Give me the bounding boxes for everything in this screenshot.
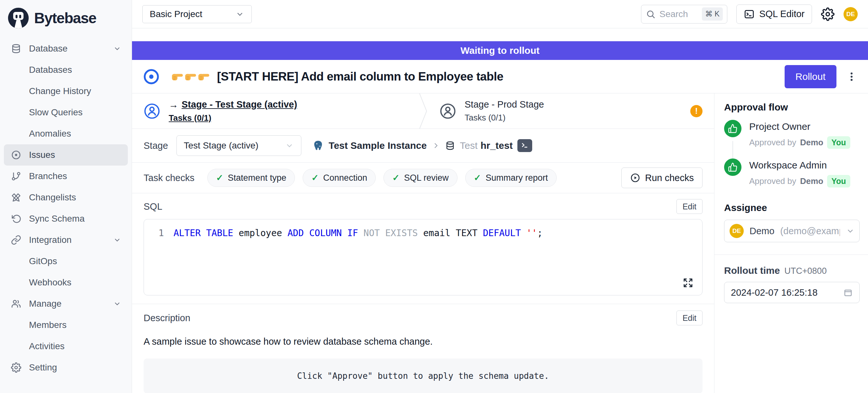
check-pill-summary-report[interactable]: ✓ Summary report	[465, 169, 557, 187]
sql-section: SQL Edit 1ALTER TABLE employee ADD COLUM…	[132, 193, 714, 304]
user-avatar[interactable]: DE	[843, 7, 858, 21]
kebab-menu-icon[interactable]	[846, 69, 857, 84]
sidebar-item-slow-queries[interactable]: Slow Queries	[4, 102, 128, 123]
brand-name: Bytebase	[34, 9, 96, 27]
sidebar-item-webhooks[interactable]: Webhooks	[4, 272, 128, 293]
sidebar-item-issues[interactable]: Issues	[4, 144, 128, 165]
app-logo[interactable]: Bytebase	[0, 0, 132, 36]
attention-icon: !	[690, 105, 703, 117]
database-icon	[10, 43, 22, 54]
instance-link[interactable]: Test Sample Instance	[329, 140, 427, 151]
open-in-sql-editor-icon[interactable]	[517, 139, 532, 152]
sidebar-item-change-history[interactable]: Change History	[4, 81, 128, 102]
chevron-right-icon	[431, 141, 440, 150]
users-icon	[10, 299, 22, 309]
environment-label: Test	[460, 140, 477, 151]
task-checks-row: Task checks ✓ Statement type ✓ Connectio…	[132, 163, 714, 193]
sidebar-item-gitops[interactable]: GitOps	[4, 251, 128, 272]
sql-heading: SQL	[144, 201, 162, 212]
check-pill-connection[interactable]: ✓ Connection	[303, 169, 376, 187]
stage-name: Stage - Test Stage (active)	[182, 99, 297, 110]
line-number: 1	[144, 228, 164, 238]
run-checks-button[interactable]: Run checks	[621, 168, 703, 188]
sidebar-item-integration[interactable]: Integration	[4, 229, 128, 251]
check-pill-statement-type[interactable]: ✓ Statement type	[207, 169, 295, 187]
assignee-select[interactable]: DE Demo (demo@example	[724, 220, 860, 242]
description-edit-button[interactable]: Edit	[676, 310, 703, 325]
you-badge: You	[827, 136, 850, 149]
search-icon	[646, 9, 655, 19]
approval-steps: Project Owner Approved by Demo You	[724, 120, 860, 187]
stage-test[interactable]: → Stage - Test Stage (active) Tasks (0/1…	[132, 93, 418, 128]
sidebar-item-activities[interactable]: Activities	[4, 336, 128, 357]
description-section: Description Edit A sample issue to showc…	[132, 304, 714, 393]
settings-gear-icon[interactable]	[821, 7, 835, 21]
stage-selector-row: Stage Test Stage (active) Test Sample In…	[132, 129, 714, 163]
sql-editor-button[interactable]: SQL Editor	[736, 4, 812, 24]
point-right-emoji	[198, 72, 210, 81]
topbar: Basic Project ⌘ K SQL Editor DE	[132, 0, 868, 28]
sql-statement: 1ALTER TABLE employee ADD COLUMN IF NOT …	[144, 228, 702, 238]
terminal-icon	[744, 9, 755, 20]
rollout-timezone: UTC+0800	[784, 266, 827, 276]
sidebar-item-anomalies[interactable]: Anomalies	[4, 123, 128, 144]
sidebar-item-members[interactable]: Members	[4, 314, 128, 336]
sidebar-item-manage[interactable]: Manage	[4, 293, 128, 314]
expand-icon[interactable]	[682, 277, 694, 289]
search-box[interactable]: ⌘ K	[641, 5, 727, 24]
description-heading: Description	[144, 313, 190, 324]
stage-user-icon	[439, 103, 456, 120]
sidebar-item-setting[interactable]: Setting	[4, 357, 128, 378]
sidebar-item-database[interactable]: Database	[4, 38, 128, 59]
check-icon: ✓	[216, 173, 223, 183]
sidebar-item-databases[interactable]: Databases	[4, 59, 128, 81]
stage-user-icon	[144, 103, 160, 120]
calendar-icon	[843, 288, 853, 297]
search-input[interactable]	[659, 9, 699, 20]
issue-title: [START HERE] Add email column to Employe…	[217, 70, 503, 84]
rollout-time-input[interactable]: 2024-02-07 16:25:18	[724, 282, 860, 303]
sidebar-item-sync-schema[interactable]: Sync Schema	[4, 208, 128, 229]
content: → Stage - Test Stage (active) Tasks (0/1…	[132, 93, 868, 393]
issue-emoji-prefix	[171, 72, 210, 81]
stage-selector-label: Stage	[144, 141, 168, 151]
rollout-button[interactable]: Rollout	[785, 65, 836, 88]
stage-select[interactable]: Test Stage (active)	[177, 135, 301, 156]
approval-flow-heading: Approval flow	[724, 102, 860, 113]
issue-detail-column: → Stage - Test Stage (active) Tasks (0/1…	[132, 93, 714, 393]
approver-name: Demo	[800, 138, 823, 148]
current-stage-arrow: →	[169, 99, 178, 110]
approver-name: Demo	[800, 176, 823, 186]
assignee-heading: Assignee	[724, 202, 860, 213]
assignee-name: Demo	[749, 226, 774, 237]
topbar-actions: ⌘ K SQL Editor DE	[641, 4, 858, 24]
stage-separator	[418, 93, 428, 128]
bytebase-logo-icon	[7, 7, 30, 29]
panel-divider	[714, 254, 868, 255]
postgresql-icon	[312, 140, 324, 151]
issue-title-row: [START HERE] Add email column to Employe…	[132, 60, 868, 93]
rollout-time-label: Rollout time	[724, 265, 780, 276]
project-select[interactable]: Basic Project	[142, 5, 252, 23]
rollout-time-label-row: Rollout time UTC+0800	[724, 265, 860, 276]
point-right-emoji	[171, 72, 184, 81]
database-breadcrumb: Test Sample Instance Test hr_test	[312, 139, 532, 152]
chevron-down-icon	[846, 226, 855, 236]
approval-step: Workspace Admin Approved by Demo You	[724, 158, 860, 187]
gear-icon	[10, 362, 22, 373]
app-root: Bytebase Database Databases Change Histo…	[0, 0, 868, 393]
check-icon: ✓	[474, 173, 481, 183]
check-pill-sql-review[interactable]: ✓ SQL review	[383, 169, 457, 187]
database-link[interactable]: hr_test	[480, 140, 513, 151]
issue-status-icon	[143, 68, 160, 85]
sidebar-item-branches[interactable]: Branches	[4, 165, 128, 187]
stage-tasks-link[interactable]: Tasks (0/1)	[169, 113, 297, 123]
pipeline-stages: → Stage - Test Stage (active) Tasks (0/1…	[132, 93, 714, 129]
point-right-emoji	[184, 72, 197, 81]
sidebar-item-changelists[interactable]: Changelists	[4, 187, 128, 208]
sql-edit-button[interactable]: Edit	[676, 199, 703, 214]
task-checks-label: Task checks	[144, 173, 194, 183]
chevron-down-icon	[113, 300, 121, 308]
thumbs-up-icon	[724, 158, 741, 176]
stage-prod[interactable]: Stage - Prod Stage Tasks (0/1) !	[428, 93, 714, 128]
